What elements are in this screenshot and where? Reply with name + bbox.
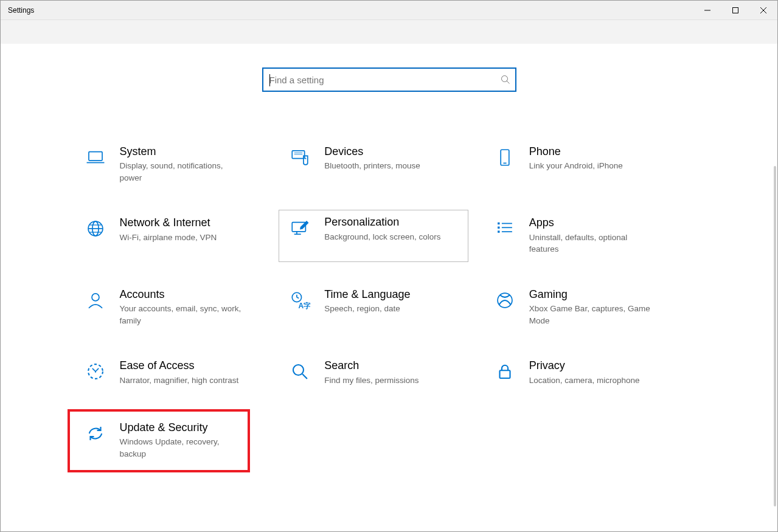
maximize-icon — [732, 7, 738, 13]
lock-icon — [491, 358, 518, 385]
xbox-icon — [491, 287, 518, 314]
text-cursor — [269, 74, 270, 86]
apps-list-icon — [491, 215, 518, 242]
category-title: Apps — [529, 215, 657, 230]
category-title: Search — [324, 358, 419, 373]
svg-rect-24 — [498, 227, 499, 229]
svg-text:A字: A字 — [299, 302, 311, 310]
maximize-button[interactable] — [721, 1, 749, 19]
svg-point-35 — [293, 365, 304, 375]
category-desc: Wi-Fi, airplane mode, VPN — [120, 232, 217, 244]
svg-rect-6 — [88, 152, 102, 161]
header-gap — [1, 20, 777, 44]
category-title: Devices — [324, 144, 420, 159]
category-desc: Your accounts, email, sync, work, family — [120, 303, 248, 326]
scrollbar[interactable] — [774, 166, 776, 506]
svg-point-28 — [92, 294, 99, 301]
category-accounts[interactable]: Accounts Your accounts, email, sync, wor… — [82, 282, 272, 333]
svg-rect-1 — [733, 7, 738, 13]
search-box[interactable] — [262, 67, 516, 92]
category-desc: Bluetooth, printers, mouse — [324, 160, 420, 172]
laptop-icon — [82, 144, 109, 171]
category-apps[interactable]: Apps Uninstall, defaults, optional featu… — [491, 210, 681, 261]
sync-icon — [82, 420, 109, 447]
minimize-button[interactable] — [693, 1, 721, 19]
paintbrush-icon — [287, 215, 313, 241]
ease-of-access-icon — [82, 358, 109, 385]
category-title: Time & Language — [324, 287, 410, 302]
search-input[interactable] — [269, 75, 501, 85]
titlebar: Settings — [1, 1, 777, 20]
category-desc: Display, sound, notifications, power — [120, 160, 248, 184]
category-title: System — [120, 144, 248, 159]
window-controls — [693, 1, 777, 19]
category-title: Personalization — [324, 215, 440, 229]
close-button[interactable] — [749, 1, 777, 19]
svg-line-5 — [507, 81, 510, 84]
svg-line-36 — [302, 375, 307, 379]
globe-icon — [82, 215, 109, 242]
svg-rect-37 — [499, 371, 510, 379]
category-time-language[interactable]: A字 Time & Language Speech, region, date — [287, 282, 476, 333]
svg-line-31 — [297, 297, 299, 299]
close-icon — [760, 7, 766, 13]
phone-icon — [491, 144, 518, 171]
category-title: Privacy — [529, 358, 640, 373]
window-title: Settings — [8, 6, 34, 15]
category-title: Ease of Access — [120, 358, 239, 373]
time-language-icon: A字 — [287, 287, 313, 314]
category-title: Network & Internet — [120, 215, 217, 230]
category-desc: Xbox Game Bar, captures, Game Mode — [529, 303, 657, 326]
category-gaming[interactable]: Gaming Xbox Game Bar, captures, Game Mod… — [491, 282, 681, 333]
category-personalization[interactable]: Personalization Background, lock screen,… — [279, 210, 468, 261]
devices-icon — [287, 144, 313, 171]
category-desc: Narrator, magnifier, high contrast — [120, 375, 239, 387]
categories-grid: System Display, sound, notifications, po… — [82, 139, 696, 472]
category-update-security[interactable]: Update & Security Windows Update, recove… — [68, 409, 250, 472]
category-desc: Background, lock screen, colors — [324, 231, 440, 243]
category-network[interactable]: Network & Internet Wi-Fi, airplane mode,… — [82, 210, 272, 261]
search-icon — [501, 75, 510, 85]
category-desc: Windows Update, recovery, backup — [120, 436, 241, 460]
category-title: Phone — [529, 144, 623, 159]
category-devices[interactable]: Devices Bluetooth, printers, mouse — [287, 139, 476, 190]
category-desc: Location, camera, microphone — [529, 375, 640, 387]
category-phone[interactable]: Phone Link your Android, iPhone — [491, 139, 681, 190]
minimize-icon — [704, 7, 710, 13]
user-icon — [82, 287, 109, 314]
content-area: System Display, sound, notifications, po… — [1, 44, 777, 531]
category-search[interactable]: Search Find my files, permissions — [287, 353, 476, 392]
category-desc: Uninstall, defaults, optional features — [529, 232, 657, 255]
category-system[interactable]: System Display, sound, notifications, po… — [82, 139, 272, 190]
category-desc: Speech, region, date — [324, 303, 410, 315]
magnifier-icon — [287, 358, 313, 385]
category-privacy[interactable]: Privacy Location, camera, microphone — [491, 353, 681, 392]
category-desc: Link your Android, iPhone — [529, 160, 623, 172]
category-title: Update & Security — [120, 420, 241, 435]
svg-rect-26 — [498, 231, 499, 233]
category-title: Gaming — [529, 287, 657, 302]
svg-point-11 — [305, 158, 306, 159]
category-ease-of-access[interactable]: Ease of Access Narrator, magnifier, high… — [82, 353, 272, 392]
category-title: Accounts — [120, 287, 248, 302]
category-desc: Find my files, permissions — [324, 375, 419, 387]
svg-rect-22 — [498, 223, 499, 224]
svg-rect-8 — [292, 151, 304, 159]
